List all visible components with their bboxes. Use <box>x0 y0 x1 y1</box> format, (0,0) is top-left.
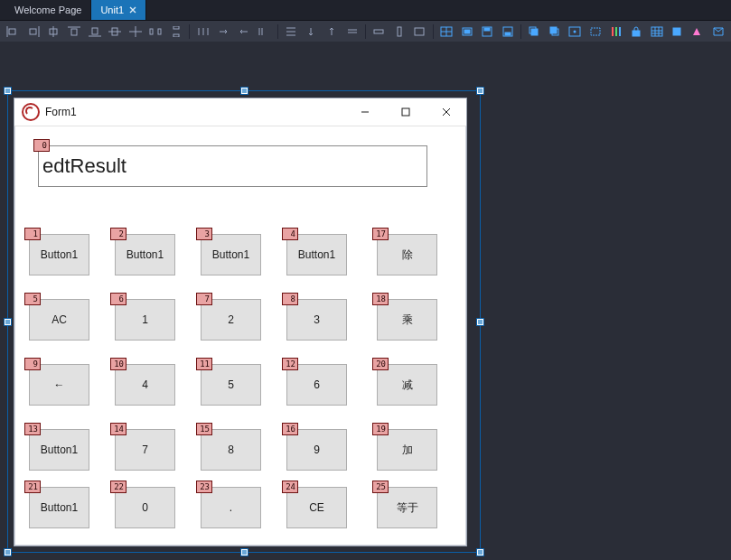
design-button[interactable]: 220 <box>115 487 175 528</box>
design-button[interactable]: 23. <box>201 487 261 528</box>
svg-rect-17 <box>173 34 179 37</box>
toolbar-separator <box>365 24 366 39</box>
hspace-remove-icon[interactable] <box>255 23 274 41</box>
load-layout-icon[interactable] <box>498 23 517 41</box>
design-button[interactable]: 104 <box>115 364 175 406</box>
same-height-icon[interactable] <box>390 23 409 41</box>
rgb-channels-icon[interactable] <box>606 23 625 41</box>
tab-order-badge: 15 <box>196 423 212 435</box>
center-hv-icon[interactable] <box>127 23 145 41</box>
resize-handle[interactable] <box>4 318 12 326</box>
guides-icon[interactable] <box>457 23 476 41</box>
close-icon[interactable] <box>129 5 136 15</box>
button-label: 0 <box>142 501 148 514</box>
button-label: Button1 <box>212 248 249 261</box>
same-width-icon[interactable] <box>370 23 389 41</box>
form-client-area[interactable]: 0 edtResult 1Button12Button13Button14But… <box>20 127 461 540</box>
design-button[interactable]: 126 <box>286 364 347 406</box>
component-icon[interactable] <box>668 23 687 41</box>
resize-handle[interactable] <box>240 87 248 95</box>
design-button[interactable]: 2Button1 <box>115 234 175 275</box>
design-button[interactable]: 24CE <box>286 487 347 528</box>
snap-grid-on-icon[interactable] <box>437 23 456 41</box>
resize-handle[interactable] <box>4 87 12 95</box>
design-button[interactable]: 147 <box>115 429 175 471</box>
style-icon[interactable] <box>689 23 708 41</box>
space-h-icon[interactable] <box>146 23 165 41</box>
align-bottom-icon[interactable] <box>85 23 104 41</box>
svg-rect-37 <box>484 28 490 31</box>
form-window[interactable]: Form1 0 edtResult 1Button12Button13Butto… <box>14 98 467 546</box>
designer-canvas[interactable]: Form1 0 edtResult 1Button12Button13Butto… <box>0 42 731 560</box>
save-layout-icon[interactable] <box>478 23 497 41</box>
design-button[interactable]: 18乘 <box>377 299 437 341</box>
align-vcenter-icon[interactable] <box>106 23 125 41</box>
vspace-dec-icon[interactable] <box>323 23 342 41</box>
lock-icon[interactable] <box>627 23 646 41</box>
design-button[interactable]: 21Button1 <box>29 487 89 528</box>
vspace-remove-icon[interactable] <box>342 23 361 41</box>
tab-order-badge: 10 <box>110 358 127 370</box>
align-top-icon[interactable] <box>65 23 84 41</box>
toolbar-separator <box>189 24 190 39</box>
design-button[interactable]: 158 <box>201 429 261 471</box>
minimize-button[interactable] <box>344 98 385 126</box>
align-hcenter-icon[interactable] <box>44 23 63 41</box>
tab-order-badge: 9 <box>24 358 41 370</box>
resize-handle[interactable] <box>476 318 484 326</box>
design-button[interactable]: 19加 <box>377 429 437 471</box>
svg-rect-51 <box>651 27 662 36</box>
svg-rect-30 <box>415 28 424 35</box>
tab-order-badge: 5 <box>24 293 41 305</box>
svg-rect-40 <box>531 29 538 35</box>
button-label: 3 <box>314 313 320 326</box>
tab-order-badge: 16 <box>282 423 298 435</box>
select-all-icon[interactable] <box>586 23 605 41</box>
tab-order-badge: 0 <box>33 139 50 152</box>
same-size-icon[interactable] <box>410 23 429 41</box>
more-icon[interactable] <box>708 23 727 41</box>
resize-handle[interactable] <box>476 548 484 556</box>
toolbar-separator <box>433 24 434 39</box>
send-back-icon[interactable] <box>546 23 565 41</box>
resize-handle[interactable] <box>476 87 484 95</box>
hspace-dec-icon[interactable] <box>234 23 253 41</box>
tab-welcome[interactable]: Welcome Page <box>5 0 91 20</box>
maximize-button[interactable] <box>385 98 426 126</box>
form-titlebar[interactable]: Form1 <box>14 98 466 126</box>
design-button[interactable]: 17除 <box>377 234 437 275</box>
center-screen-icon[interactable] <box>566 23 585 41</box>
design-button[interactable]: 4Button1 <box>286 234 347 275</box>
resize-handle[interactable] <box>240 548 248 556</box>
tab-order-badge: 22 <box>110 481 127 493</box>
button-label: 减 <box>402 378 413 393</box>
align-left-icon[interactable] <box>4 23 23 41</box>
bring-front-icon[interactable] <box>525 23 544 41</box>
vspace-equal-icon[interactable] <box>282 23 301 41</box>
space-v-icon[interactable] <box>167 23 186 41</box>
svg-rect-3 <box>30 29 36 34</box>
design-button[interactable]: 25等于 <box>377 487 437 528</box>
design-button[interactable]: 13Button1 <box>29 429 89 471</box>
close-button[interactable] <box>426 98 466 126</box>
grid-toggle-icon[interactable] <box>648 23 667 41</box>
design-button[interactable]: 5AC <box>29 299 89 341</box>
hspace-inc-icon[interactable] <box>214 23 233 41</box>
design-button[interactable]: 83 <box>286 299 347 341</box>
resize-handle[interactable] <box>4 548 12 556</box>
align-right-icon[interactable] <box>24 23 43 41</box>
button-label: AC <box>52 313 67 326</box>
tab-order-badge: 25 <box>372 481 389 493</box>
hspace-equal-icon[interactable] <box>193 23 212 41</box>
design-button[interactable]: 9← <box>29 364 89 406</box>
vspace-inc-icon[interactable] <box>302 23 321 41</box>
tab-unit[interactable]: Unit1 <box>91 0 146 20</box>
design-button[interactable]: 1Button1 <box>29 234 89 275</box>
design-button[interactable]: 169 <box>286 429 347 471</box>
design-button[interactable]: 3Button1 <box>201 234 261 275</box>
design-button[interactable]: 72 <box>201 299 261 341</box>
design-button[interactable]: 115 <box>201 364 261 406</box>
result-edit[interactable]: 0 edtResult <box>38 145 427 187</box>
design-button[interactable]: 20减 <box>377 364 437 406</box>
design-button[interactable]: 61 <box>115 299 175 341</box>
